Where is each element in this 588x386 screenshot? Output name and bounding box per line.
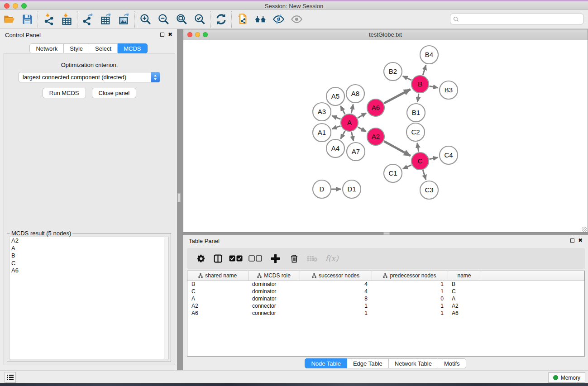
graph-edge-C-C1[interactable] [403, 165, 411, 169]
table-cell[interactable]: connector [248, 310, 300, 317]
result-list-item[interactable]: A6 [10, 267, 168, 275]
graph-edge-C-C4[interactable] [430, 157, 438, 159]
graph-edge-B-B1[interactable] [417, 94, 419, 102]
graph-edge-A-A1[interactable] [332, 126, 341, 129]
table-cell[interactable]: 1 [372, 288, 448, 295]
export-image-button[interactable] [115, 11, 133, 28]
close-panel-button[interactable]: Close panel [92, 88, 137, 98]
graph-node-B[interactable]: B [411, 76, 429, 93]
column-header-successor-nodes[interactable]: successor nodes [300, 271, 372, 281]
network-window-titlebar[interactable]: testGlobe.txt [183, 29, 588, 40]
table-cell[interactable]: 1 [300, 310, 372, 317]
float-table-panel-icon[interactable] [570, 238, 574, 243]
create-column-button[interactable] [265, 251, 285, 266]
delete-column-button[interactable] [285, 251, 303, 266]
table-cell[interactable]: connector [248, 302, 300, 310]
graph-node-A6[interactable]: A6 [367, 99, 384, 116]
table-cell[interactable]: 4 [300, 288, 372, 295]
delete-table-button[interactable] [303, 251, 321, 266]
graph-edge-A-A3[interactable] [332, 116, 340, 119]
column-header-shared-name[interactable]: shared name [187, 271, 248, 281]
show-panels-button[interactable] [5, 372, 16, 383]
float-panel-icon[interactable] [160, 33, 164, 37]
graph-edge-A-A5[interactable] [340, 106, 345, 114]
graph-node-B2[interactable]: B2 [384, 62, 402, 81]
graph-node-A5[interactable]: A5 [326, 87, 344, 105]
table-cell[interactable]: B [187, 281, 248, 288]
column-header-name[interactable]: name [448, 271, 481, 281]
tab-select[interactable]: Select [89, 43, 118, 53]
graph-edge-A-A4[interactable] [340, 131, 345, 138]
graph-node-C2[interactable]: C2 [406, 123, 425, 141]
graph-node-A7[interactable]: A7 [347, 143, 365, 161]
graph-node-D1[interactable]: D1 [343, 180, 361, 198]
select-all-columns-button[interactable] [226, 251, 245, 266]
tab-edge-table[interactable]: Edge Table [347, 358, 389, 368]
apply-layout-button[interactable] [212, 11, 230, 28]
graph-node-B4[interactable]: B4 [420, 46, 438, 64]
network-graph[interactable]: AA1A2A3A4A5A6A7A8BB1B2B3B4CC1C2C3C4DD1 [184, 41, 588, 233]
graph-node-D[interactable]: D [313, 180, 331, 198]
export-network-button[interactable] [79, 11, 97, 28]
mcds-result-list[interactable]: A2ABCA6 [9, 237, 169, 359]
run-mcds-button[interactable]: Run MCDS [43, 88, 86, 98]
graph-edge-A-A8[interactable] [351, 105, 353, 114]
graph-edge-A-A6[interactable] [358, 113, 366, 118]
graph-node-A[interactable]: A [341, 114, 358, 131]
table-cell[interactable]: dominator [248, 281, 300, 288]
graph-edge-C-C2[interactable] [417, 143, 419, 152]
table-cell[interactable]: 4 [300, 281, 372, 288]
table-settings-button[interactable] [192, 251, 210, 266]
graph-node-C1[interactable]: C1 [384, 164, 402, 182]
zoom-fit-button[interactable] [172, 11, 191, 28]
table-cell[interactable]: 0 [372, 295, 448, 302]
graph-node-C[interactable]: C [411, 152, 429, 170]
close-panel-icon[interactable]: ✖ [168, 31, 172, 38]
tab-node-table[interactable]: Node Table [305, 358, 347, 368]
close-table-panel-icon[interactable]: ✖ [578, 237, 583, 243]
show-all-button[interactable] [287, 11, 306, 28]
graph-node-C4[interactable]: C4 [440, 146, 458, 164]
search-input[interactable] [461, 16, 583, 22]
table-cell[interactable]: 1 [372, 302, 448, 310]
table-cell[interactable]: A6 [187, 310, 248, 317]
table-cell[interactable]: A6 [448, 310, 481, 317]
graph-node-A2[interactable]: A2 [367, 128, 384, 145]
search-field[interactable] [450, 14, 584, 24]
table-cell[interactable]: A2 [187, 302, 248, 310]
table-cell[interactable]: C [187, 288, 248, 295]
table-cell[interactable]: 1 [300, 302, 372, 310]
table-cell[interactable]: 1 [372, 281, 448, 288]
column-header-MCDS-role[interactable]: MCDS role [248, 271, 300, 281]
table-cell[interactable]: 8 [300, 295, 372, 302]
network-canvas[interactable]: AA1A2A3A4A5A6A7A8BB1B2B3B4CC1C2C3C4DD1 [184, 41, 587, 232]
table-cell[interactable]: A [187, 295, 248, 302]
split-divider-handle[interactable] [177, 193, 181, 202]
result-list-item[interactable]: C [10, 260, 168, 267]
tab-style[interactable]: Style [64, 43, 89, 53]
hide-selected-button[interactable] [269, 11, 287, 28]
new-network-from-selection-button[interactable] [233, 11, 251, 28]
graph-edge-B-B2[interactable] [403, 76, 411, 80]
graph-node-A1[interactable]: A1 [313, 124, 331, 142]
graph-node-A4[interactable]: A4 [326, 139, 344, 157]
table-cell[interactable]: A [448, 295, 481, 302]
result-list-item[interactable]: A [10, 245, 168, 253]
result-list-item[interactable]: B [10, 252, 168, 260]
table-cell[interactable]: dominator [248, 295, 300, 302]
graph-node-C3[interactable]: C3 [420, 181, 438, 199]
graph-edge-C-C3[interactable] [423, 170, 426, 180]
import-table-button[interactable] [57, 11, 76, 28]
export-table-button[interactable] [97, 11, 115, 28]
tab-network[interactable]: Network [29, 43, 64, 53]
graph-node-A8[interactable]: A8 [346, 85, 364, 103]
open-session-button[interactable] [0, 11, 18, 28]
tab-motifs[interactable]: Motifs [438, 358, 466, 368]
table-cell[interactable]: B [448, 281, 481, 288]
graph-node-A3[interactable]: A3 [313, 103, 331, 121]
graph-edge-B-B3[interactable] [430, 86, 438, 88]
table-cell[interactable]: C [448, 288, 481, 295]
graph-edge-A-A2[interactable] [358, 127, 366, 132]
deselect-all-columns-button[interactable] [245, 251, 265, 266]
tab-network-table[interactable]: Network Table [389, 358, 438, 368]
